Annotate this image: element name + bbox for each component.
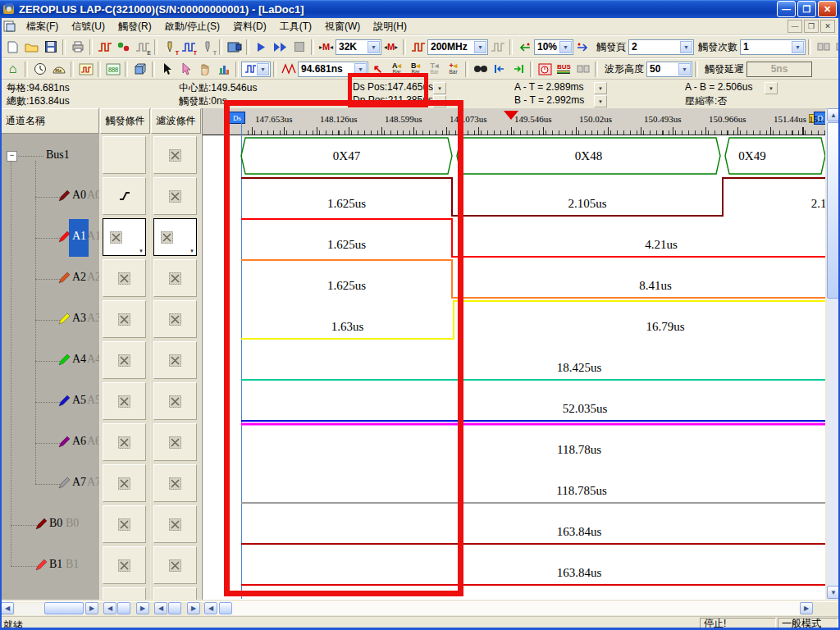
channel-label-A6[interactable]: A6 xyxy=(72,435,86,448)
channel-label-A4[interactable]: A4 xyxy=(72,353,86,366)
bus-label[interactable]: Bus1 xyxy=(46,148,70,162)
mdi-restore-button[interactable]: ❐ xyxy=(804,20,819,33)
add-bar-button[interactable]: +◂Bar xyxy=(444,60,463,78)
filter-cell-B0[interactable] xyxy=(153,505,197,543)
ds-marker-tag[interactable]: Ds xyxy=(229,112,245,124)
trigger-position-select-arrow[interactable]: ▼ xyxy=(559,41,572,53)
waveform-mode-select-arrow[interactable]: ▼ xyxy=(257,63,269,75)
b-bar-button[interactable]: B◂Bar xyxy=(406,60,425,78)
trigger-cell-Bus1[interactable] xyxy=(103,136,146,174)
stop-button[interactable] xyxy=(290,38,308,56)
wave-height-select-arrow[interactable]: ▼ xyxy=(678,63,691,75)
filter-cell-A2[interactable] xyxy=(153,259,197,297)
filter-cell-B1[interactable] xyxy=(153,546,197,584)
trigger-cell-A0[interactable] xyxy=(103,177,146,215)
menu-item-5[interactable]: 工具(T) xyxy=(273,19,318,34)
memory-right-button[interactable]: ◂M▸ xyxy=(381,38,400,56)
a-bar-button[interactable]: A◂Bar xyxy=(387,60,406,78)
waveform-scroll-right[interactable]: ▶ xyxy=(800,602,813,614)
channel-label-B0[interactable]: B0 xyxy=(49,517,62,530)
restore-button[interactable]: ❐ xyxy=(797,1,816,17)
new-file-button[interactable] xyxy=(3,38,22,56)
refresh-window-button[interactable] xyxy=(536,60,555,78)
bus-expand-box[interactable]: − xyxy=(7,151,17,162)
trigger-cell-A4[interactable] xyxy=(103,341,146,379)
minimize-button[interactable]: — xyxy=(777,1,796,17)
trigger-scroll-left[interactable]: ◀ xyxy=(103,602,116,614)
home-button[interactable]: ⌂ xyxy=(3,60,22,78)
filter-cell-A5[interactable] xyxy=(153,382,197,420)
channel-label-A1[interactable]: A1 xyxy=(72,230,86,243)
menu-item-6[interactable]: 視窗(W) xyxy=(318,19,367,34)
statistics-button[interactable] xyxy=(214,60,233,78)
channel-label-A5[interactable]: A5 xyxy=(72,394,86,407)
stack-panel-button[interactable] xyxy=(814,38,833,56)
waveform-panel[interactable]: Ds D 147.653us148.126us148.599us149.073u… xyxy=(202,108,825,600)
menu-item-7[interactable]: 說明(H) xyxy=(367,19,413,34)
module-parameter-button[interactable] xyxy=(225,38,244,56)
bus-setup-button[interactable]: BUS xyxy=(555,60,573,78)
filter-scroll-left[interactable]: ◀ xyxy=(154,602,167,614)
repeat-run-button[interactable] xyxy=(271,38,290,56)
wave-height-select[interactable]: 50▼ xyxy=(646,62,692,77)
goto-start-button[interactable] xyxy=(490,60,509,78)
waveform-scroll-left[interactable]: ◀ xyxy=(204,602,217,614)
listing-window-button[interactable]: 888 xyxy=(103,60,122,78)
filter-cell-A1[interactable]: ▼ xyxy=(153,218,197,256)
waveform-mode-select[interactable]: ▼ xyxy=(241,62,271,77)
channel-tree[interactable]: −Bus1A0A0A1A1A2A2A3A3A4A4A5A5A6A6A7A7B0B… xyxy=(0,134,99,600)
filter-cell-A4[interactable] xyxy=(153,341,197,379)
filter-scroll-thumb[interactable] xyxy=(168,602,181,614)
mdi-close-button[interactable]: ✕ xyxy=(820,20,835,33)
time-ruler[interactable]: Ds D 147.653us148.126us148.599us149.073u… xyxy=(203,108,825,135)
ds-pos-dropdown[interactable]: ▼ xyxy=(433,82,446,94)
channel-color-button[interactable] xyxy=(114,38,133,56)
external-clock-icon[interactable] xyxy=(488,38,507,56)
sample-rate-select[interactable]: 200MHz▼ xyxy=(427,39,488,55)
menu-item-2[interactable]: 觸發(R) xyxy=(112,19,158,34)
filter-cell-A3[interactable] xyxy=(153,300,197,338)
open-file-button[interactable] xyxy=(22,38,41,56)
channel-scroll-right[interactable]: ▶ xyxy=(85,602,98,614)
select-cursor-button[interactable] xyxy=(158,60,176,78)
hand-tool-button[interactable] xyxy=(195,60,214,78)
print-button[interactable] xyxy=(68,38,87,56)
trigger-scroll-thumb[interactable] xyxy=(117,602,130,614)
sample-depth-select-arrow[interactable]: ▼ xyxy=(368,41,380,53)
trigger-cell-B1[interactable] xyxy=(103,546,146,584)
trigger-scroll-right[interactable]: ▶ xyxy=(136,602,149,614)
save-file-button[interactable] xyxy=(41,38,60,56)
channel-label-A2[interactable]: A2 xyxy=(72,271,86,284)
a-t-dropdown[interactable]: ▼ xyxy=(594,82,607,94)
sample-rate-select-arrow[interactable]: ▼ xyxy=(474,41,486,53)
trigger-pos-left-button[interactable] xyxy=(515,38,534,56)
time-div-select[interactable]: 94.681ns▼ xyxy=(298,62,368,77)
trigger-cell-A3[interactable] xyxy=(103,300,146,338)
frequency-button[interactable]: Hz xyxy=(49,60,68,78)
filter-scroll-right[interactable]: ▶ xyxy=(187,602,200,614)
pulse-width-module-button[interactable]: E xyxy=(133,38,152,56)
time-div-select-arrow[interactable]: ▼ xyxy=(354,63,367,75)
channel-label-A3[interactable]: A3 xyxy=(72,312,86,325)
trigger-page-select[interactable]: 2▼ xyxy=(628,39,694,55)
trigger-cell-A1[interactable]: ▼ xyxy=(103,218,146,256)
waveform-scroll-thumb[interactable] xyxy=(219,602,232,614)
mdi-minimize-button[interactable]: — xyxy=(788,20,802,33)
trigger-count-select-arrow[interactable]: ▼ xyxy=(792,41,804,53)
clock-button[interactable] xyxy=(30,60,49,78)
trigger-page-select-arrow[interactable]: ▼ xyxy=(680,41,692,53)
find-button[interactable] xyxy=(471,60,490,78)
filter-cell-A7[interactable] xyxy=(153,464,197,502)
sampling-setting-button[interactable] xyxy=(95,38,114,56)
menu-item-4[interactable]: 資料(D) xyxy=(226,19,273,34)
sync-button[interactable] xyxy=(573,60,592,78)
zoom-wave-icon[interactable] xyxy=(279,60,298,78)
filter-cell-Bus1[interactable] xyxy=(153,136,197,174)
channel-scroll-thumb[interactable] xyxy=(44,602,84,614)
a-b-dropdown[interactable]: ▼ xyxy=(765,82,778,94)
trigger-cell-A5[interactable] xyxy=(103,382,146,420)
run-button[interactable] xyxy=(252,38,271,56)
filter-cell-A6[interactable] xyxy=(153,423,197,461)
filter-cell-A0[interactable] xyxy=(153,177,197,215)
trigger-mark-button[interactable]: T xyxy=(198,38,217,56)
